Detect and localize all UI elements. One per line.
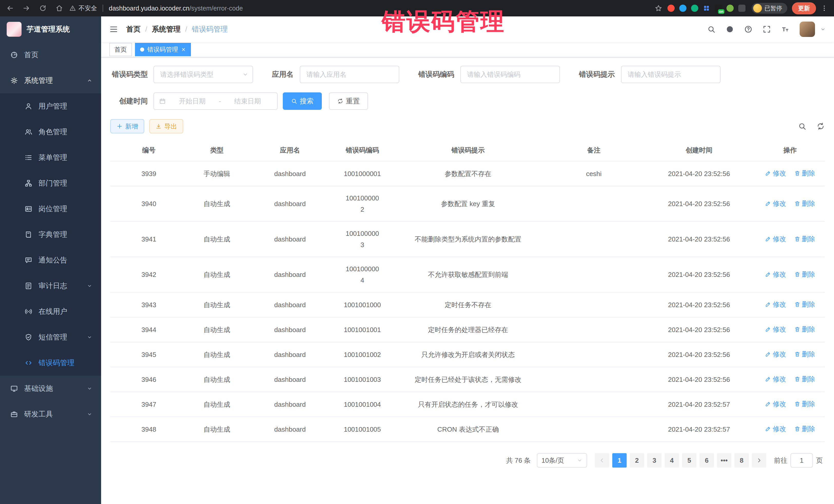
sidebar-item-roles[interactable]: 角色管理	[0, 119, 101, 145]
extension-icon-checker[interactable]	[691, 5, 698, 12]
edit-link[interactable]: 修改	[765, 373, 786, 385]
sidebar-item-dictionary[interactable]: 字典管理	[0, 222, 101, 247]
search-button[interactable]: 搜索	[283, 92, 322, 110]
extension-icon-wellness[interactable]	[726, 5, 734, 12]
edit-link[interactable]: 修改	[765, 198, 786, 209]
error-code-input[interactable]	[460, 66, 560, 83]
sidebar-item-notices[interactable]: 通知公告	[0, 247, 101, 273]
pencil-icon	[765, 301, 771, 307]
trash-icon	[794, 271, 800, 278]
github-icon[interactable]	[726, 25, 734, 34]
edit-link[interactable]: 修改	[765, 349, 786, 360]
refresh-table-icon[interactable]	[816, 122, 825, 130]
sidebar-item-users[interactable]: 用户管理	[0, 93, 101, 119]
app-name-input[interactable]	[300, 66, 399, 83]
prev-page-button[interactable]	[595, 453, 609, 467]
delete-link[interactable]: 删除	[794, 198, 815, 209]
toggle-search-icon[interactable]	[798, 122, 806, 130]
chevron-down-icon	[242, 71, 248, 78]
cell-error-hint: 定时任务已经处于该状态，无需修改	[391, 367, 545, 392]
sidebar-item-online-users[interactable]: 在线用户	[0, 299, 101, 324]
sidebar-item-dev-tools[interactable]: 研发工具	[0, 401, 101, 427]
sidebar-item-positions[interactable]: 岗位管理	[0, 196, 101, 222]
error-hint-input[interactable]	[621, 66, 721, 83]
user-avatar[interactable]	[799, 22, 815, 37]
security-indicator[interactable]: 不安全	[69, 4, 97, 12]
next-page-button[interactable]	[752, 453, 766, 467]
extension-icon-blocker[interactable]	[667, 5, 675, 12]
cell-error-hint: CRON 表达式不正确	[391, 417, 545, 442]
export-button[interactable]: 导出	[149, 119, 183, 133]
fullscreen-icon[interactable]	[763, 25, 771, 34]
page-button[interactable]: 4	[665, 453, 679, 467]
page-button[interactable]: 5	[682, 453, 697, 467]
page-button[interactable]: 2	[630, 453, 644, 467]
cell-create-time: 2021-04-20 23:52:57	[642, 417, 755, 442]
caret-down-icon[interactable]	[820, 26, 826, 32]
page-button[interactable]: 3	[647, 453, 662, 467]
browser-update-button[interactable]: 更新	[792, 2, 816, 14]
forward-icon[interactable]	[23, 4, 30, 12]
extension-icon-proxy[interactable]: on	[715, 5, 722, 12]
delete-link[interactable]: 删除	[794, 233, 815, 245]
page-button[interactable]: 1	[612, 453, 627, 467]
search-icon[interactable]	[707, 25, 716, 34]
help-icon[interactable]	[744, 25, 752, 34]
delete-link[interactable]: 删除	[794, 349, 815, 360]
sidebar-item-error-codes[interactable]: 错误码管理	[0, 350, 101, 376]
page-button[interactable]: 6	[700, 453, 714, 467]
profile-chip[interactable]: 已暂停	[752, 3, 787, 14]
extension-icon-translate[interactable]	[679, 5, 686, 12]
top-bar: 首页 / 系统管理 / 错误码管理	[101, 17, 834, 42]
error-type-select-input[interactable]	[153, 66, 253, 83]
reload-icon[interactable]	[39, 4, 47, 12]
delete-link[interactable]: 删除	[794, 373, 815, 385]
extension-icon-plugin[interactable]	[738, 5, 745, 12]
sidebar-item-home[interactable]: 首页	[0, 42, 101, 68]
breadcrumb-home[interactable]: 首页	[126, 24, 140, 34]
font-size-icon[interactable]	[781, 25, 789, 34]
edit-link[interactable]: 修改	[765, 269, 786, 280]
edit-link[interactable]: 修改	[765, 324, 786, 335]
edit-link[interactable]: 修改	[765, 233, 786, 245]
edit-link[interactable]: 修改	[765, 398, 786, 410]
edit-link[interactable]: 修改	[765, 299, 786, 310]
delete-link[interactable]: 删除	[794, 324, 815, 335]
delete-link[interactable]: 删除	[794, 269, 815, 280]
add-button[interactable]: 新增	[110, 119, 144, 133]
back-icon[interactable]	[6, 4, 14, 12]
page-button[interactable]: 8	[734, 453, 749, 467]
error-type-select[interactable]	[153, 66, 253, 83]
bookmark-star-icon[interactable]	[655, 4, 662, 12]
hamburger-icon[interactable]	[109, 25, 118, 34]
edit-link[interactable]: 修改	[765, 168, 786, 179]
tab-error-code-management[interactable]: 错误码管理	[135, 43, 191, 56]
delete-link[interactable]: 删除	[794, 423, 815, 435]
browser-home-icon[interactable]	[56, 4, 63, 12]
page-button[interactable]: •••	[717, 453, 731, 467]
sidebar-item-sms[interactable]: 短信管理	[0, 324, 101, 350]
reset-button[interactable]: 重置	[329, 92, 368, 110]
delete-link[interactable]: 删除	[794, 398, 815, 410]
edit-link[interactable]: 修改	[765, 423, 786, 435]
sidebar-item-system-management[interactable]: 系统管理	[0, 68, 101, 93]
address-bar[interactable]: dashboard.yudao.iocoder.cn/system/error-…	[109, 5, 650, 12]
delete-link[interactable]: 删除	[794, 168, 815, 179]
goto-page-input[interactable]	[790, 453, 813, 467]
sidebar-item-infrastructure[interactable]: 基础设施	[0, 376, 101, 401]
goto-label: 前往	[774, 456, 787, 465]
breadcrumb-system[interactable]: 系统管理	[152, 24, 181, 34]
cell-type: 自动生成	[187, 317, 246, 342]
close-tab-icon[interactable]	[181, 47, 186, 52]
app-logo[interactable]: 芋道管理系统	[0, 17, 101, 42]
tab-home[interactable]: 首页	[109, 43, 132, 56]
sidebar-item-audit-log[interactable]: 审计日志	[0, 273, 101, 299]
page-size-select[interactable]: 10条/页	[537, 453, 587, 467]
cell-remark	[545, 392, 642, 417]
browser-menu-icon[interactable]	[821, 5, 828, 12]
date-range-picker[interactable]: 开始日期 - 结束日期	[153, 92, 278, 110]
extension-icon-apps-grid[interactable]	[703, 5, 710, 12]
sidebar-item-menus[interactable]: 菜单管理	[0, 145, 101, 170]
delete-link[interactable]: 删除	[794, 299, 815, 310]
sidebar-item-departments[interactable]: 部门管理	[0, 170, 101, 196]
